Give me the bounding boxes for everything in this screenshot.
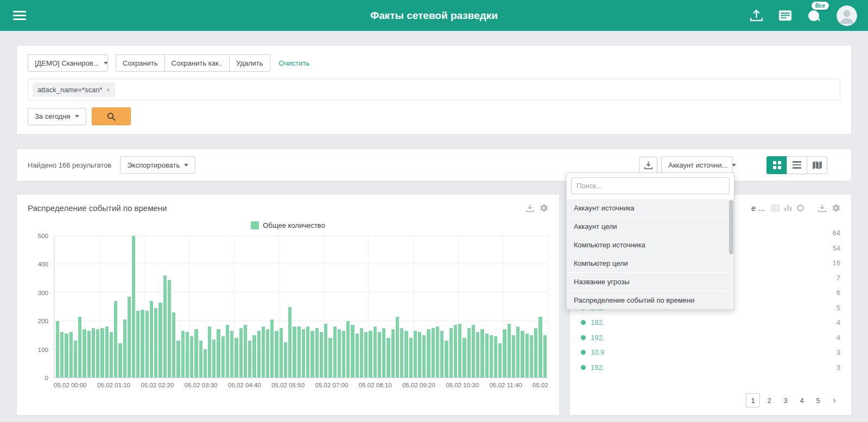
chart-bar[interactable] [159, 303, 162, 378]
chart-bar[interactable] [521, 331, 524, 378]
chart-bar[interactable] [145, 311, 149, 378]
chart-bar[interactable] [378, 332, 381, 378]
chart-bar[interactable] [369, 331, 372, 378]
chart-bar[interactable] [333, 327, 337, 378]
chart-bar[interactable] [78, 317, 81, 378]
pagination-page[interactable]: 4 [795, 393, 809, 407]
chart-bar[interactable] [543, 335, 547, 378]
chart-bar[interactable] [512, 335, 515, 378]
chart-bar[interactable] [396, 317, 399, 378]
chart-bar[interactable] [74, 341, 77, 378]
group-row[interactable]: 192.4 [581, 315, 840, 330]
chart-bar[interactable] [252, 335, 256, 378]
chart-bar[interactable] [280, 328, 283, 378]
chart-bar[interactable] [105, 327, 109, 378]
chart-bar[interactable] [60, 332, 64, 378]
download-button[interactable] [639, 157, 657, 174]
chart-bar[interactable] [346, 321, 350, 378]
chart-bar[interactable] [172, 312, 175, 378]
gear-icon[interactable] [831, 203, 840, 213]
chart-bar[interactable] [440, 331, 443, 378]
dropdown-option[interactable]: Компьютер цели [567, 254, 734, 272]
dropdown-option[interactable]: Компьютер источника [567, 235, 734, 254]
chart-bar[interactable] [404, 331, 408, 378]
chart-bar[interactable] [114, 301, 117, 378]
chart-bar[interactable] [257, 331, 261, 378]
chart-bar[interactable] [382, 328, 385, 378]
chart-bar[interactable] [118, 343, 122, 378]
chart-bar[interactable] [288, 307, 292, 378]
save-as-button[interactable]: Сохранить как.. [164, 54, 230, 72]
chart-bar[interactable] [235, 338, 238, 378]
pagination-next[interactable]: › [827, 393, 841, 407]
delete-button[interactable]: Удалить [229, 54, 270, 72]
chart-bar[interactable] [87, 331, 91, 378]
chart-bar[interactable] [409, 338, 413, 378]
chart-bar[interactable] [212, 340, 216, 378]
chart-bar[interactable] [476, 332, 479, 378]
chart-bar[interactable] [128, 297, 131, 378]
group-row[interactable]: 192.4 [581, 330, 840, 346]
save-button[interactable]: Сохранить [116, 54, 165, 72]
chart-bar[interactable] [136, 311, 140, 378]
chart-bar[interactable] [284, 342, 287, 378]
chart-bar[interactable] [306, 327, 309, 378]
chart-bar[interactable] [83, 329, 86, 378]
chart-bar[interactable] [467, 328, 471, 378]
chart-bar[interactable] [239, 328, 243, 378]
avatar[interactable] [837, 5, 857, 26]
chart-bar[interactable] [324, 324, 327, 378]
pagination-page[interactable]: 3 [778, 393, 793, 407]
chart-bar[interactable] [480, 329, 484, 378]
chart-bar[interactable] [373, 327, 377, 378]
chart-bar[interactable] [342, 331, 345, 378]
download-icon[interactable] [526, 204, 534, 212]
dropdown-option[interactable]: Название угрозы [567, 272, 734, 291]
chart-bar[interactable] [190, 336, 193, 378]
chart-bar[interactable] [534, 328, 537, 378]
chart-bar[interactable] [364, 332, 368, 378]
chart-bar[interactable] [508, 324, 511, 378]
chart-bar[interactable] [458, 324, 461, 378]
chart-bar[interactable] [230, 331, 233, 378]
chart-bar[interactable] [270, 319, 274, 378]
chart-bar[interactable] [311, 331, 314, 378]
chart-bar[interactable] [154, 308, 157, 378]
chart-bar[interactable] [391, 329, 395, 378]
chart-bar[interactable] [221, 336, 225, 378]
export-dropdown[interactable]: Экспортировать [120, 156, 195, 174]
search-button[interactable] [92, 107, 131, 125]
chart-bar[interactable] [226, 325, 229, 378]
chart-bar[interactable] [69, 332, 73, 378]
chart-bar[interactable] [418, 332, 421, 378]
chart-bar[interactable] [186, 332, 189, 378]
clear-link[interactable]: Очистить [279, 59, 310, 67]
pagination-page[interactable]: 2 [762, 393, 776, 407]
chart-bar[interactable] [445, 341, 448, 378]
chart-bar[interactable] [351, 325, 354, 378]
chart-bar[interactable] [262, 327, 265, 378]
chart-bar[interactable] [315, 328, 319, 378]
chart-bar[interactable] [208, 327, 211, 378]
chart-bar[interactable] [494, 336, 497, 378]
chart-bar[interactable] [454, 325, 457, 378]
period-dropdown[interactable]: За сегодня [28, 108, 86, 125]
chart-bar[interactable] [217, 329, 220, 378]
chart-bar[interactable] [65, 334, 68, 378]
scrollbar-thumb[interactable] [729, 200, 733, 254]
bar-chart-view-icon[interactable] [784, 205, 791, 211]
table-view-icon[interactable] [771, 205, 779, 211]
close-icon[interactable] [106, 86, 111, 93]
chart-bar[interactable] [525, 334, 529, 378]
chart-bar[interactable] [387, 338, 390, 378]
chart-bar[interactable] [436, 327, 439, 378]
chart-bar[interactable] [150, 301, 153, 378]
chart-bar[interactable] [56, 321, 59, 378]
chart-bar[interactable] [194, 329, 198, 378]
download-icon[interactable] [818, 204, 826, 212]
chart-bar[interactable] [449, 328, 453, 378]
chart-bar[interactable] [432, 328, 435, 378]
chart-bar[interactable] [132, 236, 135, 378]
chart-bar[interactable] [400, 328, 403, 378]
pagination-page[interactable]: 1 [746, 393, 760, 407]
